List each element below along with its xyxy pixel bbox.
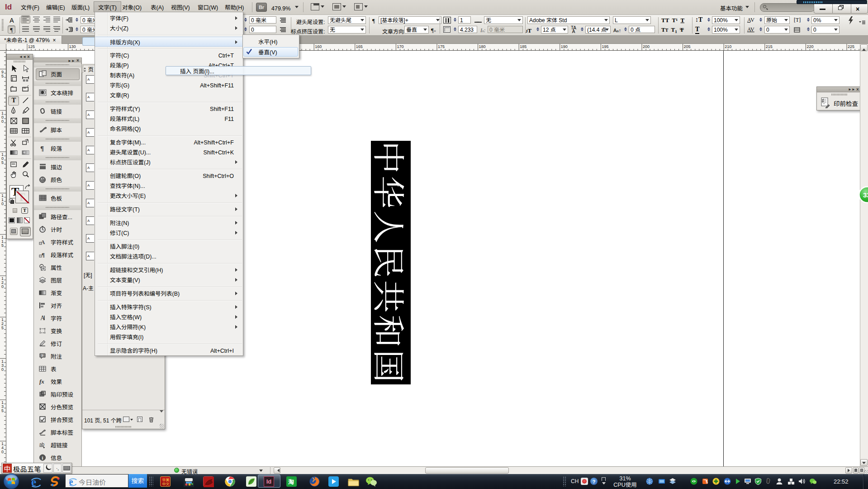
svg-text:5: 5 [1,160,4,165]
svg-text:210: 210 [725,44,731,49]
svg-text:5: 5 [1,243,4,248]
svg-text:i: i [42,455,43,460]
svg-text:185: 185 [520,44,526,49]
svg-text:165: 165 [356,44,363,49]
svg-text:0: 0 [1,119,4,124]
svg-text:0: 0 [1,201,4,206]
svg-text:0: 0 [1,450,4,454]
svg-text:220: 220 [806,44,813,49]
svg-text:5: 5 [1,408,4,413]
svg-text:205: 205 [684,44,691,49]
svg-text:5: 5 [1,74,4,78]
svg-text:¶: ¶ [42,251,45,258]
svg-text:5: 5 [1,326,4,330]
svg-text:160: 160 [315,44,322,49]
svg-text:¶: ¶ [40,145,44,152]
svg-text:T: T [12,96,16,104]
svg-text:225: 225 [848,44,854,49]
svg-text:215: 215 [766,44,773,49]
svg-text:飞: 飞 [703,478,708,484]
svg-text:?: ? [41,353,43,358]
svg-text:130: 130 [69,44,76,49]
svg-text:180: 180 [479,44,486,49]
svg-text:175: 175 [438,44,445,49]
svg-text:33: 33 [863,191,868,199]
svg-text:fx: fx [39,378,44,385]
svg-text:200: 200 [643,44,650,49]
svg-text:170: 170 [397,44,403,49]
svg-text:淘: 淘 [288,477,294,486]
svg-text:0: 0 [1,367,4,372]
svg-text:195: 195 [602,44,608,49]
svg-text:125: 125 [28,44,35,49]
svg-text:190: 190 [561,44,568,49]
svg-text:ab: ab [39,442,45,447]
svg-text:0: 0 [1,284,4,289]
